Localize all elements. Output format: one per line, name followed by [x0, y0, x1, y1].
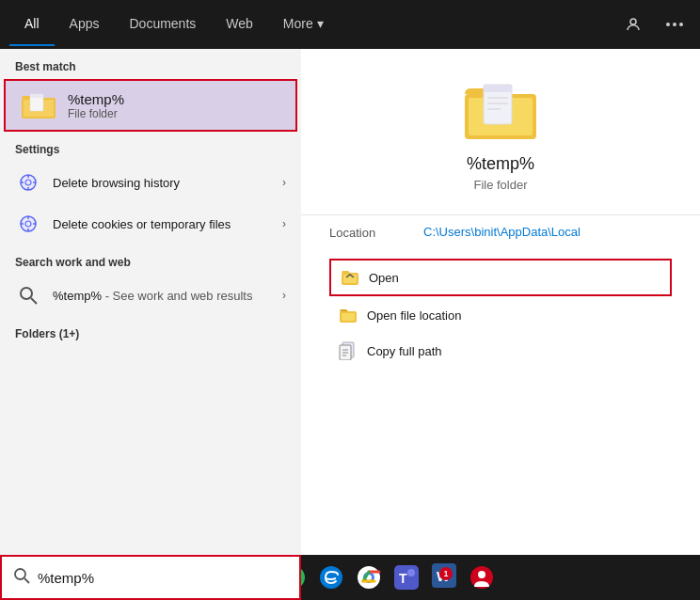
- actions-container: Open Open file location: [301, 249, 700, 377]
- folders-label: Folders (1+): [0, 316, 301, 346]
- tab-all[interactable]: All: [9, 3, 55, 46]
- svg-rect-30: [343, 275, 357, 283]
- teams-button[interactable]: T: [390, 561, 423, 594]
- taskbar: T W 1: [0, 555, 700, 600]
- location-value[interactable]: C:\Users\binit\AppData\Local: [423, 225, 581, 239]
- profile-icon-button[interactable]: [617, 12, 649, 37]
- open-file-location-button[interactable]: Open file location: [329, 298, 672, 332]
- chevron-icon-3: ›: [282, 289, 286, 302]
- settings-icon-2: [15, 211, 41, 237]
- search-web-label: Search work and web: [0, 245, 301, 275]
- settings-item-2-label: Delete cookies or temporary files: [53, 217, 271, 231]
- best-match-label: Best match: [0, 49, 301, 79]
- svg-point-2: [673, 23, 676, 26]
- svg-point-53: [407, 569, 415, 576]
- settings-item-1-label: Delete browsing history: [53, 176, 271, 190]
- svg-point-47: [320, 566, 342, 589]
- right-title: %temp%: [467, 154, 534, 174]
- search-bar[interactable]: [0, 555, 301, 600]
- svg-point-1: [666, 23, 670, 26]
- svg-line-39: [24, 578, 29, 583]
- search-web-item[interactable]: %temp% - See work and web results ›: [0, 275, 301, 316]
- search-web-icon: [15, 282, 41, 308]
- search-web-suffix: - See work and web results: [102, 289, 252, 303]
- svg-rect-7: [30, 94, 43, 98]
- tab-more[interactable]: More ▾: [268, 3, 339, 46]
- copy-full-path-label: Copy full path: [367, 344, 442, 358]
- copy-icon: [339, 341, 358, 360]
- chevron-icon-2: ›: [282, 217, 286, 230]
- settings-icon-1: [15, 169, 41, 196]
- tab-web[interactable]: Web: [211, 3, 268, 46]
- nav-icons: [617, 12, 691, 37]
- settings-item-delete-browsing[interactable]: Delete browsing history ›: [0, 162, 301, 203]
- search-bar-icon: [13, 567, 30, 588]
- open-label: Open: [369, 271, 399, 285]
- folder-icon: [21, 90, 56, 120]
- open-file-location-icon: [339, 306, 358, 324]
- best-match-type: File folder: [68, 107, 124, 120]
- chrome-button[interactable]: [352, 561, 386, 594]
- svg-line-21: [31, 298, 37, 304]
- main-container: Best match %temp% File folder: [0, 49, 700, 555]
- svg-rect-25: [484, 85, 512, 92]
- right-panel: %temp% File folder Location C:\Users\bin…: [301, 49, 700, 555]
- open-icon: [341, 268, 359, 287]
- location-row: Location C:\Users\binit\AppData\Local: [301, 214, 700, 249]
- tab-documents[interactable]: Documents: [114, 3, 211, 46]
- open-button[interactable]: Open: [329, 259, 672, 296]
- right-content: %temp% File folder Location C:\Users\bin…: [301, 49, 700, 377]
- avatar-button[interactable]: [465, 561, 499, 594]
- word-badge: 1: [439, 567, 453, 580]
- search-web-query: %temp%: [53, 289, 102, 303]
- right-folder-icon: [463, 77, 538, 143]
- best-match-name: %temp%: [68, 91, 124, 107]
- svg-text:T: T: [399, 571, 407, 586]
- chevron-icon-1: ›: [282, 176, 286, 189]
- settings-label: Settings: [0, 132, 301, 162]
- svg-point-57: [478, 571, 485, 578]
- word-button[interactable]: W 1: [427, 561, 461, 594]
- open-file-location-label: Open file location: [367, 308, 461, 323]
- svg-point-0: [630, 19, 636, 24]
- search-input[interactable]: [38, 570, 288, 586]
- svg-rect-32: [342, 313, 355, 321]
- left-panel: Best match %temp% File folder: [0, 49, 301, 555]
- edge-button[interactable]: [314, 561, 348, 594]
- right-subtitle: File folder: [473, 178, 527, 192]
- best-match-item[interactable]: %temp% File folder: [4, 79, 297, 132]
- copy-full-path-button[interactable]: Copy full path: [329, 334, 672, 368]
- top-nav: All Apps Documents Web More ▾: [0, 0, 700, 49]
- tab-apps[interactable]: Apps: [55, 3, 115, 46]
- nav-tabs: All Apps Documents Web More ▾: [9, 3, 617, 46]
- svg-point-20: [21, 288, 32, 299]
- more-options-button[interactable]: [659, 19, 691, 30]
- svg-point-38: [15, 569, 25, 579]
- search-web-text-label: %temp% - See work and web results: [53, 289, 271, 303]
- settings-item-delete-cookies[interactable]: Delete cookies or temporary files ›: [0, 203, 301, 245]
- svg-point-3: [679, 23, 683, 26]
- best-match-text: %temp% File folder: [68, 91, 124, 120]
- location-label: Location: [329, 225, 423, 240]
